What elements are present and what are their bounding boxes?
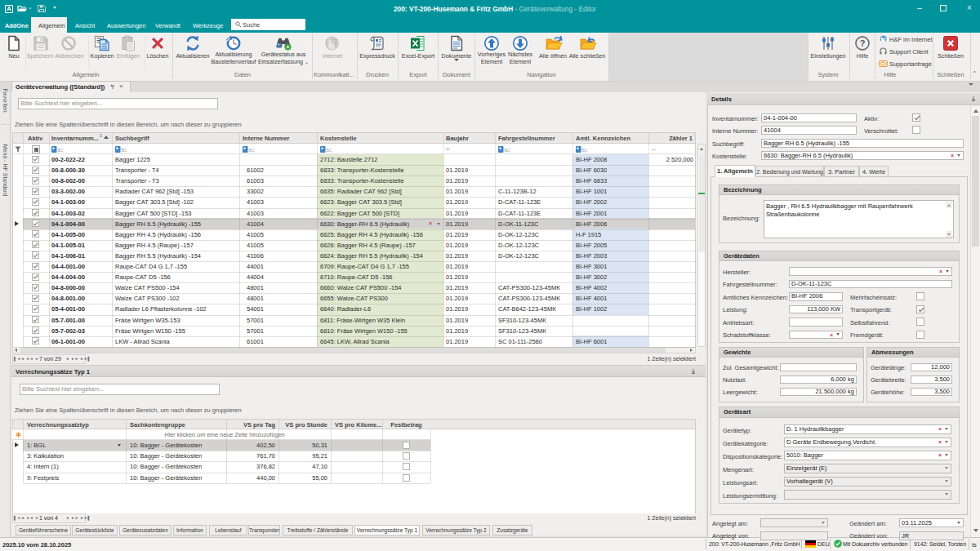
svg-text:BC: BC [582,148,588,153]
svg-text:BC: BC [58,148,64,153]
svg-text:?: ? [860,38,866,48]
svg-text:BC: BC [327,148,332,153]
svg-text:BC: BC [505,148,510,153]
svg-text:BC: BC [249,148,255,153]
svg-text:BC: BC [122,148,127,153]
